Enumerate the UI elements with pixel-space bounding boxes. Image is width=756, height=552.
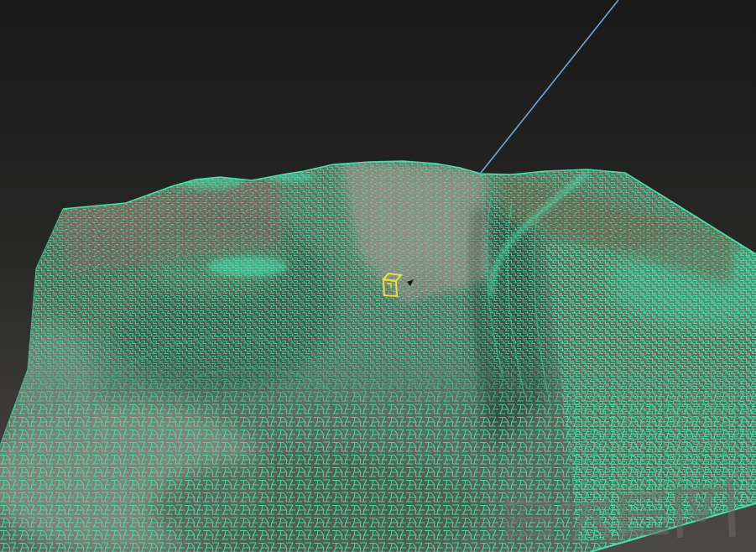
viewport[interactable]: Perspective viewport of a 3D application… — [0, 0, 756, 552]
terrain-mesh[interactable] — [0, 151, 756, 552]
scene-canvas[interactable] — [0, 0, 756, 552]
